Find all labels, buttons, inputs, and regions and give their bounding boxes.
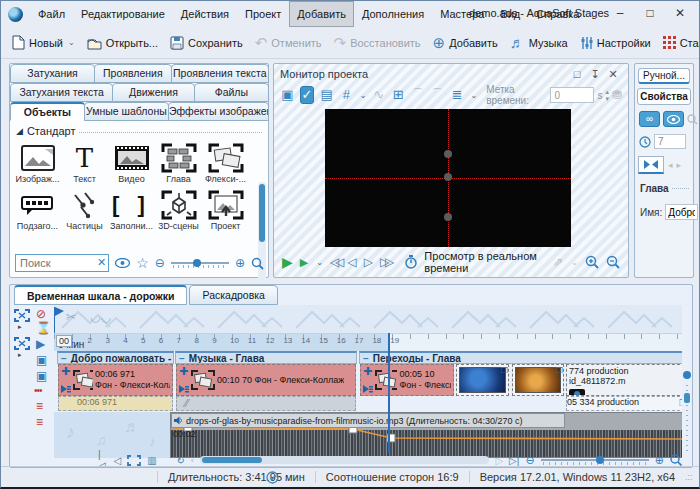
clip-flexi-music[interactable]: ✚ 00:10 70 Фон - Флекси-Коллаж xyxy=(176,364,356,396)
curve-icon[interactable]: ∿ xyxy=(371,87,386,103)
tab-smart-templates[interactable]: Умные шаблоны xyxy=(84,102,169,121)
object-3d-scenes[interactable]: 3D-сцены xyxy=(155,188,202,231)
duration-input[interactable] xyxy=(654,134,686,149)
tab-properties[interactable]: Свойства xyxy=(637,88,691,105)
transition-tab-button[interactable] xyxy=(638,156,664,174)
go-to-start-icon[interactable]: |◁ xyxy=(98,449,107,467)
smooth-in-icon[interactable]: ⌒ xyxy=(411,87,426,103)
object-video[interactable]: Видео xyxy=(108,141,155,184)
layers-icon[interactable]: ▤ xyxy=(319,87,334,103)
object-subtitle[interactable]: Подзаго... xyxy=(14,188,61,231)
play-from-marker-icon[interactable]: ▶ xyxy=(36,337,45,351)
object-chapter[interactable]: Глава xyxy=(155,141,202,184)
align-tracks-icon[interactable]: ≡ xyxy=(36,399,43,413)
tab-objects[interactable]: Объекты xyxy=(10,102,85,121)
add-button[interactable]: ⊕ Добавить xyxy=(427,32,504,54)
track2-clip-yellow[interactable]: 00:06 971 xyxy=(58,396,173,411)
motion-handle[interactable] xyxy=(444,213,452,221)
collapse-minus-icon[interactable]: − xyxy=(363,354,369,363)
timeline-zoom-in-icon[interactable]: ⊕ xyxy=(655,454,664,467)
audio-clip-mp3[interactable]: drops-of-glas-by-musicparadise-from-film… xyxy=(170,412,682,458)
vertical-slider-thumb[interactable] xyxy=(684,393,690,403)
collapse-minus-icon[interactable]: − xyxy=(179,354,185,363)
menu-addons[interactable]: Дополнения xyxy=(354,1,432,27)
icon-size-slider[interactable] xyxy=(171,258,229,268)
video-clip-thumbnail[interactable]: ❒ xyxy=(512,364,564,396)
tab-text-fade-out[interactable]: Затухания текста xyxy=(10,83,113,102)
tab-manual-input[interactable]: Ручной... xyxy=(638,68,690,84)
timeline-zoom-out-icon[interactable]: ⊖ xyxy=(525,454,534,467)
zoom-out-icon[interactable] xyxy=(606,255,620,269)
next-disabled-icon[interactable]: ▷ xyxy=(495,455,503,466)
dropdown-triangle-icon[interactable]: ▸ xyxy=(18,351,22,359)
play-dropdown-icon[interactable]: ⌄ xyxy=(316,258,323,267)
monitor-pin-icon[interactable]: ↧ xyxy=(586,68,604,81)
save-frame-icon[interactable]: ⛃ xyxy=(612,88,622,102)
playhead-line[interactable] xyxy=(388,333,390,453)
list-dropdown-icon[interactable]: ⌄ xyxy=(471,91,478,100)
motion-handle[interactable] xyxy=(444,173,452,181)
timestamp-input[interactable] xyxy=(550,87,594,103)
tab-image-effects[interactable]: Эффекты изображения xyxy=(168,102,269,121)
favorites-star-icon[interactable]: ☆ xyxy=(136,255,149,271)
zoom-out-small-icon[interactable]: ⊖ xyxy=(155,256,165,270)
video-clip-thumbnail[interactable]: ❒ xyxy=(456,364,509,396)
timeline-horizontal-scrollbar[interactable] xyxy=(200,456,490,464)
standard-layout-button[interactable]: Стандарт xyxy=(657,32,700,53)
video-preview[interactable] xyxy=(325,109,571,247)
book-view-icon[interactable]: ▥ xyxy=(147,455,156,466)
play-from-here-icon[interactable]: ▶ xyxy=(300,256,308,269)
export-dropdown-icon[interactable]: ⌄ xyxy=(571,258,578,267)
object-project[interactable]: Проект xyxy=(202,188,249,231)
play-icon[interactable]: ▶ xyxy=(282,254,293,270)
maximize-button[interactable]: □ xyxy=(635,1,665,25)
grid-icon[interactable]: # xyxy=(339,87,354,103)
skip-start-icon[interactable]: ◁◁ xyxy=(330,255,340,269)
settings-button[interactable]: Настройки xyxy=(574,32,657,54)
align-offset-icon[interactable]: ≡ xyxy=(36,415,43,429)
disable-track-icon[interactable]: ⊘ xyxy=(36,307,46,321)
tab-text-fade-in[interactable]: Проявления текста xyxy=(171,64,269,83)
loop-icon[interactable]: ↻ xyxy=(177,455,185,466)
duplicate-icon[interactable]: ▣ xyxy=(36,353,47,367)
clip-production-774[interactable]: 774 production id_4811872.m xyxy=(566,364,682,396)
clip-production-05334[interactable]: 05 334 production ❒ xyxy=(566,396,682,411)
menu-add[interactable]: Добавить xyxy=(289,1,354,27)
timeline-vertical-slider[interactable] xyxy=(683,371,691,451)
timeline-zoom-slider[interactable] xyxy=(541,455,649,465)
menu-project[interactable]: Проект xyxy=(237,1,289,27)
preview-magnifier-icon[interactable] xyxy=(251,257,264,270)
go-to-end-icon[interactable]: ▷| xyxy=(509,455,519,466)
tab-timeline-tracks[interactable]: Временная шкала - дорожки xyxy=(14,285,187,305)
redo-button[interactable]: ↷ Восстановить xyxy=(328,32,427,54)
visibility-toggle-button[interactable] xyxy=(663,111,684,127)
undo-button[interactable]: ↶ Отменить xyxy=(249,32,328,54)
minimize-button[interactable]: – xyxy=(605,1,635,25)
motion-handle[interactable] xyxy=(444,150,452,158)
zoom-fit-magnifier-icon[interactable] xyxy=(670,454,682,466)
object-image[interactable]: Изображ... xyxy=(14,141,61,184)
hourglass-icon[interactable]: ⌛ xyxy=(36,321,51,335)
select-mode-icon[interactable]: ▣ xyxy=(280,87,295,103)
object-flexi-collage[interactable]: Флекси-... xyxy=(202,141,249,184)
previous-object-icon[interactable]: ◁ xyxy=(113,455,121,466)
keyframe-list-icon[interactable]: ≣ xyxy=(450,87,465,103)
dropdown-triangle-icon[interactable]: ▸ xyxy=(18,323,22,331)
tab-files[interactable]: Файлы xyxy=(194,83,269,102)
section-standard[interactable]: ◢ Стандарт xyxy=(10,121,268,138)
next-property-icon[interactable]: ▸ xyxy=(677,160,682,170)
monitor-maximize-icon[interactable]: □ xyxy=(568,68,586,80)
select-object-icon[interactable] xyxy=(14,309,30,322)
zoom-in-icon[interactable] xyxy=(585,255,599,269)
link-toggle-button[interactable]: ∞ xyxy=(639,111,660,127)
add-track-icon[interactable]: ✚ xyxy=(179,367,189,376)
marker-dots-icon[interactable]: ••• xyxy=(34,385,42,396)
menu-edit[interactable]: Редактирование xyxy=(73,1,173,27)
collapse-minus-icon[interactable]: − xyxy=(61,354,67,363)
chapter-header-music[interactable]: − Музыка - Глава xyxy=(175,351,357,364)
scroll-left-icon[interactable]: ‹ xyxy=(191,456,194,465)
search-input[interactable] xyxy=(15,254,109,272)
name-input[interactable] xyxy=(665,204,698,220)
playhead-flag-icon[interactable] xyxy=(55,307,64,316)
timeline-ruler[interactable]: 12345678910111213141516171819 0 мин xyxy=(54,333,682,351)
